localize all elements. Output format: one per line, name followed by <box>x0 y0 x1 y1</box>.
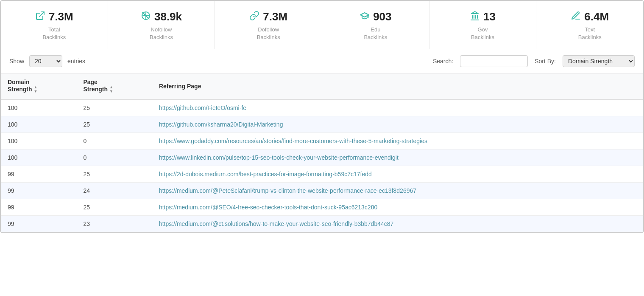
domain-strength-cell: 100 <box>1 116 76 133</box>
referring-page-cell[interactable]: https://2d-dubois.medium.com/best-practi… <box>152 166 643 183</box>
table-header-row: Domain Strength▲▼Page Strength▲▼Referrin… <box>1 73 643 99</box>
entries-label: entries <box>67 58 85 65</box>
page-strength-cell: 0 <box>76 149 152 166</box>
domain-strength-sort-icon[interactable]: ▲▼ <box>34 85 38 94</box>
col-domain-strength[interactable]: Domain Strength▲▼ <box>1 73 76 99</box>
stat-label-dofollow-backlinks: Dofollow Backlinks <box>257 26 280 41</box>
referring-page-link[interactable]: https://medium.com/@ct.solutions/how-to-… <box>159 220 393 227</box>
domain-strength-cell: 100 <box>1 99 76 116</box>
page-strength-cell: 25 <box>76 199 152 216</box>
table-body: 10025https://github.com/FieteO/osmi-fe10… <box>1 99 643 232</box>
referring-page-cell[interactable]: https://www.godaddy.com/resources/au/sto… <box>152 133 643 149</box>
referring-page-link[interactable]: https://medium.com/@SEO/4-free-seo-check… <box>159 204 377 211</box>
domain-strength-cell: 99 <box>1 166 76 183</box>
stat-value-total-backlinks: 7.3M <box>49 10 73 23</box>
controls-row: Show 102050100 entries Search: Sort By: … <box>1 49 643 73</box>
stat-item-dofollow-backlinks: 7.3MDofollow Backlinks <box>215 1 322 49</box>
stat-value-nofollow-backlinks: 38.9k <box>154 10 182 23</box>
col-referring-page: Referring Page <box>152 73 643 99</box>
stat-label-total-backlinks: Total Backlinks <box>42 26 66 41</box>
table-wrapper: Domain Strength▲▼Page Strength▲▼Referrin… <box>1 73 643 232</box>
table-row: 10025https://github.com/ksharma20/Digita… <box>1 116 643 133</box>
page-strength-cell: 25 <box>76 116 152 133</box>
edu-icon <box>360 11 370 23</box>
stat-item-text-backlinks: 6.4MText Backlinks <box>536 1 643 49</box>
stat-item-gov-backlinks: 13Gov Backlinks <box>429 1 537 49</box>
referring-page-cell[interactable]: https://medium.com/@ct.solutions/how-to-… <box>152 216 643 232</box>
referring-page-link[interactable]: https://2d-dubois.medium.com/best-practi… <box>159 171 372 178</box>
page-strength-cell: 24 <box>76 183 152 199</box>
referring-page-link[interactable]: https://www.godaddy.com/resources/au/sto… <box>159 138 427 144</box>
referring-page-cell[interactable]: https://github.com/FieteO/osmi-fe <box>152 99 643 116</box>
stat-value-dofollow-backlinks: 7.3M <box>263 10 287 23</box>
referring-page-cell[interactable]: https://github.com/ksharma20/Digital-Mar… <box>152 116 643 133</box>
stat-item-edu-backlinks: 903Edu Backlinks <box>322 1 429 49</box>
external-link-icon <box>35 11 45 23</box>
stats-bar: 7.3MTotal Backlinks38.9kNofollow Backlin… <box>1 1 643 49</box>
show-entries-select[interactable]: 102050100 <box>29 55 62 67</box>
domain-strength-cell: 99 <box>1 216 76 232</box>
page-strength-cell: 0 <box>76 133 152 149</box>
table-row: 9925https://2d-dubois.medium.com/best-pr… <box>1 166 643 183</box>
table-row: 9924https://medium.com/@PeteSclafani/tru… <box>1 183 643 199</box>
stat-label-edu-backlinks: Edu Backlinks <box>364 26 387 41</box>
domain-strength-cell: 99 <box>1 199 76 216</box>
svg-line-0 <box>39 12 44 17</box>
referring-page-cell[interactable]: https://medium.com/@PeteSclafani/trump-v… <box>152 183 643 199</box>
table-row: 10025https://github.com/FieteO/osmi-fe <box>1 99 643 116</box>
referring-page-link[interactable]: https://github.com/FieteO/osmi-fe <box>159 104 246 111</box>
referring-page-link[interactable]: https://medium.com/@PeteSclafani/trump-v… <box>159 187 416 194</box>
stat-value-edu-backlinks: 903 <box>373 10 391 23</box>
stat-value-text-backlinks: 6.4M <box>584 10 609 23</box>
dofollow-icon <box>249 11 259 23</box>
search-input[interactable] <box>460 55 528 67</box>
nofollow-icon <box>141 11 151 23</box>
stat-label-nofollow-backlinks: Nofollow Backlinks <box>150 26 173 41</box>
page-strength-cell: 25 <box>76 166 152 183</box>
page-strength-cell: 23 <box>76 216 152 232</box>
referring-page-link[interactable]: https://github.com/ksharma20/Digital-Mar… <box>159 121 283 128</box>
table-row: 1000https://www.godaddy.com/resources/au… <box>1 133 643 149</box>
table-row: 9925https://medium.com/@SEO/4-free-seo-c… <box>1 199 643 216</box>
table-row: 9923https://medium.com/@ct.solutions/how… <box>1 216 643 232</box>
domain-strength-cell: 99 <box>1 183 76 199</box>
page-strength-sort-icon[interactable]: ▲▼ <box>109 85 113 94</box>
svg-marker-10 <box>471 11 478 14</box>
text-icon <box>571 11 581 23</box>
gov-icon <box>470 11 480 23</box>
referring-page-cell[interactable]: https://www.linkedin.com/pulse/top-15-se… <box>152 149 643 166</box>
sort-by-select[interactable]: Domain StrengthPage StrengthReferring Pa… <box>563 55 635 67</box>
referring-page-link[interactable]: https://www.linkedin.com/pulse/top-15-se… <box>159 154 399 161</box>
stat-label-gov-backlinks: Gov Backlinks <box>471 26 494 41</box>
search-label: Search: <box>433 58 453 65</box>
sort-label: Sort By: <box>535 58 556 65</box>
table-row: 1000https://www.linkedin.com/pulse/top-1… <box>1 149 643 166</box>
referring-page-cell[interactable]: https://medium.com/@SEO/4-free-seo-check… <box>152 199 643 216</box>
stat-item-nofollow-backlinks: 38.9kNofollow Backlinks <box>108 1 215 49</box>
stat-label-text-backlinks: Text Backlinks <box>578 26 602 41</box>
stat-item-total-backlinks: 7.3MTotal Backlinks <box>1 1 108 49</box>
domain-strength-cell: 100 <box>1 133 76 149</box>
col-page-strength[interactable]: Page Strength▲▼ <box>76 73 152 99</box>
domain-strength-cell: 100 <box>1 149 76 166</box>
stat-value-gov-backlinks: 13 <box>483 10 496 23</box>
show-label: Show <box>9 58 24 65</box>
page-strength-cell: 25 <box>76 99 152 116</box>
backlinks-table: Domain Strength▲▼Page Strength▲▼Referrin… <box>1 73 643 232</box>
